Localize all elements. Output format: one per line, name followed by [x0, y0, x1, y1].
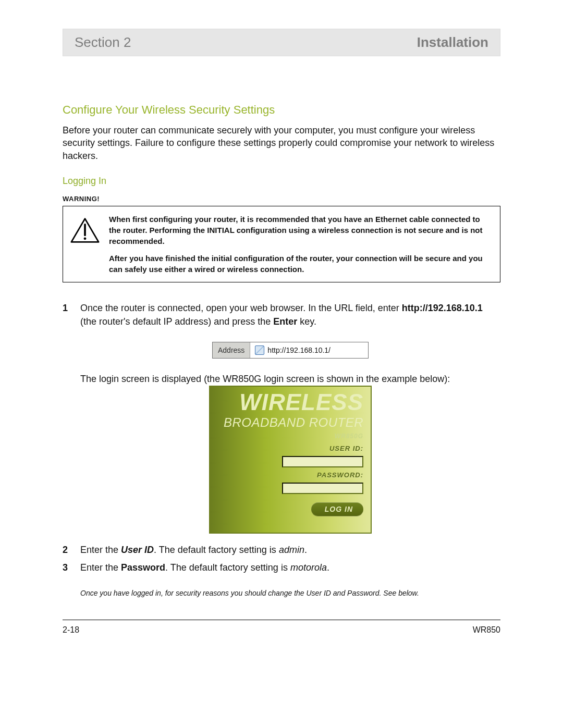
heading-configure: Configure Your Wireless Security Setting…: [63, 103, 500, 117]
warning-triangle-icon: [70, 216, 100, 245]
doc-model: WR850: [473, 625, 500, 635]
userid-input[interactable]: [282, 456, 363, 467]
footer-rule: [63, 620, 500, 620]
page-footer: 2-18 WR850: [63, 625, 500, 635]
intro-paragraph: Before your router can communicate secur…: [63, 124, 500, 162]
address-bar-url: http://192.168.10.1/: [267, 345, 331, 355]
login-panel-figure: WIRELESS BROADBAND ROUTER WR850G USER ID…: [209, 386, 372, 534]
warning-para-2: After you have finished the initial conf…: [109, 253, 491, 275]
step-1: 1 Once the router is connected, open you…: [63, 301, 500, 539]
heading-logging-in: Logging In: [63, 176, 500, 187]
login-title-broadband: BROADBAND ROUTER: [217, 414, 363, 432]
page-number: 2-18: [63, 625, 79, 635]
step-2-text: Enter the User ID. The default factory s…: [80, 543, 500, 557]
address-bar: Address http://192.168.10.1/: [212, 342, 369, 359]
page: Section 2 Installation Configure Your Wi…: [0, 0, 563, 728]
password-label: PASSWORD:: [217, 471, 363, 480]
step-number: 2: [63, 543, 80, 557]
chapter-title: Installation: [417, 34, 488, 51]
section-label: Section 2: [75, 34, 131, 51]
login-title-wireless: WIRELESS: [217, 391, 363, 414]
security-note: Once you have logged in, for security re…: [80, 588, 500, 599]
step-3: 3 Enter the Password. The default factor…: [63, 561, 500, 574]
steps-list: 1 Once the router is connected, open you…: [63, 301, 500, 574]
warning-box: When first configuring your router, it i…: [63, 206, 500, 282]
address-bar-field: http://192.168.10.1/: [250, 342, 368, 358]
step-number: 3: [63, 561, 80, 574]
login-button[interactable]: LOG IN: [311, 502, 363, 516]
svg-point-2: [84, 237, 87, 240]
login-model: WR850G: [217, 432, 363, 441]
warning-label: WARNING!: [63, 195, 500, 203]
userid-label: USER ID:: [217, 444, 363, 454]
warning-para-1: When first configuring your router, it i…: [109, 214, 491, 246]
step-2: 2 Enter the User ID. The default factory…: [63, 543, 500, 557]
address-bar-figure: Address http://192.168.10.1/: [212, 342, 369, 359]
warning-text: When first configuring your router, it i…: [109, 214, 491, 275]
step-3-text: Enter the Password. The default factory …: [80, 561, 500, 574]
step-1-text: Once the router is connected, open your …: [80, 301, 500, 328]
address-bar-label: Address: [213, 342, 250, 358]
section-banner: Section 2 Installation: [63, 29, 500, 56]
step-number: 1: [63, 301, 80, 539]
step-1-text-2: The login screen is displayed (the WR850…: [80, 372, 500, 386]
ie-page-icon: [255, 346, 264, 355]
password-input[interactable]: [282, 483, 363, 494]
